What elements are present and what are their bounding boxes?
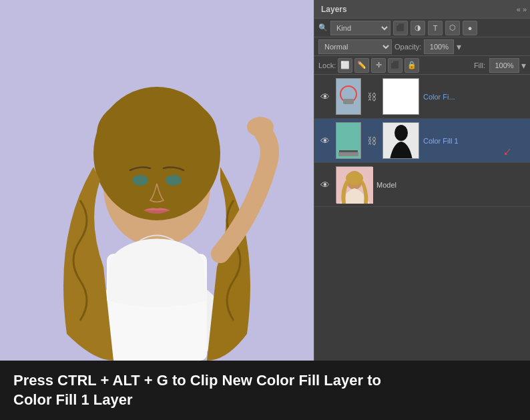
panel-arrows[interactable]: « » <box>517 5 527 13</box>
kind-select[interactable]: Kind <box>330 21 390 35</box>
pixel-filter-icon[interactable]: ⬛ <box>393 21 408 35</box>
blend-mode-row: Normal Opacity: ▾ <box>314 37 530 56</box>
visibility-toggle-1[interactable]: 👁 <box>318 90 332 103</box>
layers-panel-title: Layers <box>321 5 347 14</box>
svg-point-11 <box>394 125 408 141</box>
kind-row: 🔍 Kind ⬛ ◑ T ⬡ ● <box>314 19 530 37</box>
layer-chain-1: ⛓ <box>367 91 376 102</box>
canvas-area <box>0 0 314 361</box>
lock-transparent-icon[interactable]: ⬜ <box>338 58 352 73</box>
photo-background <box>0 0 314 361</box>
svg-point-7 <box>132 175 148 186</box>
layers-panel: Layers « » 🔍 Kind ⬛ ◑ T ⬡ ● Normal Opaci… <box>314 0 530 361</box>
screen-base2 <box>339 150 358 152</box>
layer-item-color-fill-1[interactable]: 👁 ⛓ Color Fill 1 <box>314 119 530 163</box>
layer-item-color-fill-top[interactable]: 👁 ⛓ Color Fi... <box>314 75 530 119</box>
lock-image-icon[interactable]: ✏️ <box>354 58 369 73</box>
type-filter-icon[interactable]: T <box>428 21 443 35</box>
layer-name-1: Color Fi... <box>423 93 526 101</box>
kind-label: 🔍 <box>318 23 328 32</box>
caption-line1: Press CTRL + ALT + G to Clip New Color F… <box>13 371 381 391</box>
layer-chain-2: ⛓ <box>367 136 376 146</box>
opacity-label: Opacity: <box>394 43 421 51</box>
layer-thumb-1b <box>382 78 419 115</box>
lock-all-icon[interactable]: 🔒 <box>405 58 419 73</box>
lock-artboard-icon[interactable]: ⬛ <box>388 58 403 73</box>
white-fill <box>383 79 419 114</box>
fill-input[interactable] <box>489 58 519 73</box>
caption-line2: Color Fill 1 Layer <box>13 391 381 410</box>
layer-item-model[interactable]: 👁 Model <box>314 163 530 207</box>
layer-name-2: Color Fill 1 <box>423 137 526 145</box>
fill-label: Fill: <box>474 61 485 69</box>
layer-thumb-3 <box>336 166 372 203</box>
layer-thumb-1a <box>336 78 361 115</box>
opacity-dropdown-icon[interactable]: ▾ <box>457 41 461 52</box>
caption-text: Press CTRL + ALT + G to Clip New Color F… <box>13 371 381 409</box>
opacity-input[interactable] <box>424 39 454 54</box>
lock-fill-row: Lock: ⬜ ✏️ ✛ ⬛ 🔒 Fill: ▾ <box>314 56 530 75</box>
layer-name-3: Model <box>376 181 526 189</box>
svg-point-8 <box>166 175 182 186</box>
layer-thumb-2a <box>336 122 361 159</box>
svg-point-14 <box>346 172 363 185</box>
layer-thumb-2b <box>382 122 419 159</box>
shape-filter-icon[interactable]: ⬡ <box>445 21 460 35</box>
visibility-toggle-2[interactable]: 👁 <box>318 134 332 148</box>
screen-stand <box>338 152 358 156</box>
fill-dropdown-icon[interactable]: ▾ <box>521 60 526 71</box>
layers-panel-header: Layers « » <box>314 0 530 19</box>
svg-point-9 <box>247 117 274 137</box>
lock-position-icon[interactable]: ✛ <box>371 58 386 73</box>
layer-screen-base <box>343 99 354 104</box>
lock-label: Lock: <box>318 61 336 69</box>
visibility-toggle-3[interactable]: 👁 <box>318 178 332 192</box>
adjustment-filter-icon[interactable]: ◑ <box>411 21 425 35</box>
smart-filter-icon[interactable]: ● <box>463 21 477 35</box>
svg-point-6 <box>97 93 217 174</box>
caption-bar: Press CTRL + ALT + G to Clip New Color F… <box>0 361 530 420</box>
blend-mode-select[interactable]: Normal <box>318 39 392 54</box>
